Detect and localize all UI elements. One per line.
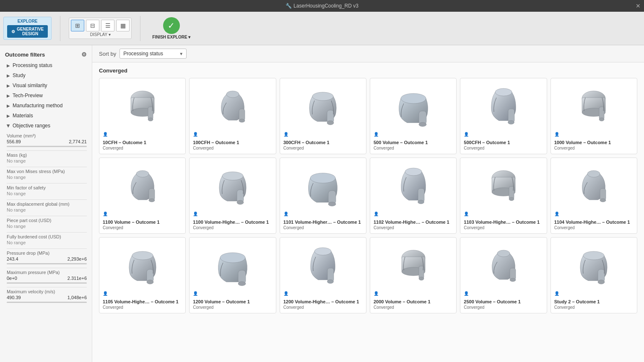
svg-point-21 — [599, 118, 604, 121]
title-bar: 🔧 LaserHousingCooling_RD v3 ✕ — [0, 0, 644, 12]
outcome-footer: 1105 Volume-Highe… – Outcome 1 Converged — [103, 297, 182, 310]
finish-explore-label: FINISH EXPLORE ▾ — [152, 35, 190, 39]
display-label[interactable]: DISPLAY ▾ — [90, 32, 111, 37]
outcome-status: Converged — [464, 225, 543, 230]
filter-processing-status[interactable]: ▶ Processing status — [0, 60, 92, 70]
pressure-drop-filter: Pressure drop (MPa) 243.4 2,293e+6 — [7, 251, 87, 264]
pressure-drop-slider[interactable] — [7, 263, 87, 264]
svg-point-10 — [327, 121, 334, 125]
outcome-card[interactable]: 👤 1100 Volume-Highe… – Outcome 1 Converg… — [189, 158, 276, 234]
max-von-mises-no-range: No range — [7, 175, 87, 180]
outcome-card[interactable]: 👤 1000 Volume – Outcome 1 Converged — [551, 78, 637, 154]
outcome-name: 500CFH – Outcome 1 — [464, 140, 543, 145]
svg-point-47 — [238, 282, 246, 286]
person-icon: 👤 — [464, 212, 469, 216]
outcome-card[interactable]: 👤 Study 2 – Outcome 1 Converged — [551, 237, 637, 313]
outcome-thumbnail — [464, 161, 543, 212]
maximum-velocity-slider[interactable] — [7, 302, 87, 303]
outcome-card[interactable]: 👤 1104 Volume-Highe… – Outcome 1 Converg… — [551, 158, 637, 234]
max-von-mises-filter: Max von Mises stress (MPa) No range — [7, 169, 87, 180]
svg-point-8 — [312, 92, 333, 101]
divider — [7, 287, 87, 287]
outcome-card[interactable]: 👤 10CFH – Outcome 1 Converged — [99, 78, 186, 154]
filter-tech-preview[interactable]: ▶ Tech-Preview — [0, 90, 92, 101]
outcome-card[interactable]: 👤 100CFH – Outcome 1 Converged — [189, 78, 276, 154]
close-button[interactable]: ✕ — [636, 3, 641, 9]
display-detail-button[interactable]: ▦ — [116, 20, 130, 31]
outcome-footer: 1000 Volume – Outcome 1 Converged — [554, 137, 634, 150]
maximum-pressure-slider[interactable] — [7, 282, 87, 284]
filter-study[interactable]: ▶ Study — [0, 70, 92, 80]
generative-design-button[interactable]: ⚙ GENERATIVEDESIGN — [7, 25, 48, 38]
volume-slider[interactable] — [7, 146, 87, 147]
display-list-button[interactable]: ☰ — [101, 20, 114, 31]
pressure-drop-label: Pressure drop (MPa) — [7, 251, 87, 256]
filter-visual-similarity[interactable]: ▶ Visual similarity — [0, 80, 92, 90]
grid-scroll: Converged 👤 10CFH – Outcome 1 — [92, 62, 644, 362]
outcome-card[interactable]: 👤 1101 Volume-Higher… – Outcome 1 Conver… — [280, 158, 366, 234]
outcome-status: Converged — [193, 225, 272, 230]
mass-filter: Mass (kg) No range — [7, 153, 87, 163]
filter-objective-ranges[interactable]: ▶ Objective ranges — [0, 121, 92, 131]
svg-point-28 — [310, 173, 335, 183]
outcome-card[interactable]: 👤 1105 Volume-Highe… – Outcome 1 Converg… — [99, 237, 186, 313]
outcome-thumbnail — [554, 241, 634, 291]
display-grid-medium-button[interactable]: ⊟ — [86, 20, 99, 31]
toolbar-divider-2 — [140, 16, 140, 41]
finish-explore-button[interactable]: ✓ FINISH EXPLORE ▾ — [149, 16, 194, 41]
fully-burdened-cost-label: Fully burdened cost (USD) — [7, 234, 87, 239]
maximum-pressure-min: 0e+0 — [7, 276, 17, 281]
outcome-name: 10CFH – Outcome 1 — [103, 140, 182, 145]
outcome-thumbnail — [283, 241, 363, 291]
svg-point-42 — [132, 251, 153, 260]
outcome-card[interactable]: 👤 2500 Volume – Outcome 1 Converged — [460, 237, 547, 313]
divider — [7, 183, 87, 184]
outcome-card[interactable]: 👤 500 Volume – Outcome 1 Converged — [370, 78, 457, 154]
outcome-name: 1100 Volume-Highe… – Outcome 1 — [193, 220, 272, 225]
outcome-footer: 2000 Volume – Outcome 1 Converged — [374, 297, 453, 310]
chevron-icon: ▶ — [7, 103, 10, 108]
outcome-card[interactable]: 👤 1102 Volume-Highe… – Outcome 1 Converg… — [370, 158, 457, 234]
sort-dropdown-wrap: Processing status Name Volume Mass Max v… — [119, 49, 187, 59]
piece-part-cost-no-range: No range — [7, 224, 87, 229]
svg-rect-15 — [508, 109, 514, 122]
volume-range: 556.89 2,774.21 — [7, 139, 87, 144]
outcome-card[interactable]: 👤 500CFH – Outcome 1 Converged — [460, 78, 547, 154]
filter-manufacturing-method[interactable]: ▶ Manufacturing method — [0, 101, 92, 111]
divider — [7, 167, 87, 167]
outcome-status: Converged — [554, 146, 634, 150]
svg-point-16 — [508, 121, 514, 124]
chevron-icon: ▶ — [7, 73, 10, 78]
outcome-footer: 1200 Volume-Highe… – Outcome 1 Converged — [283, 297, 363, 310]
display-icons: ⊞ ⊟ ☰ ▦ — [71, 20, 130, 31]
display-grid-large-button[interactable]: ⊞ — [71, 20, 84, 31]
svg-rect-32 — [418, 189, 424, 202]
maximum-pressure-filter: Maximum pressure (MPa) 0e+0 2.311e+6 — [7, 270, 87, 284]
svg-point-11 — [401, 93, 426, 103]
outcome-card[interactable]: 👤 1100 Volume – Outcome 1 Converged — [99, 158, 186, 234]
outcome-card[interactable]: 👤 2000 Volume – Outcome 1 Converged — [370, 237, 457, 313]
outcome-card[interactable]: 👤 300CFH – Outcome 1 Converged — [280, 78, 366, 154]
sidebar: Outcome filters ⚙ ▶ Processing status ▶ … — [0, 45, 92, 362]
pressure-drop-min: 243.4 — [7, 256, 18, 261]
outcome-footer: 1103 Volume-Highe… – Outcome 1 Converged — [464, 217, 543, 230]
outcome-status: Converged — [554, 305, 634, 310]
max-displacement-label: Max displacement global (mm) — [7, 202, 87, 207]
toolbar-divider-1 — [60, 16, 60, 41]
filter-materials[interactable]: ▶ Materials — [0, 111, 92, 121]
outcome-card[interactable]: 👤 1200 Volume-Highe… – Outcome 1 Converg… — [280, 237, 366, 313]
outcome-card[interactable]: 👤 1200 Volume – Outcome 1 Converged — [189, 237, 276, 313]
sort-dropdown[interactable]: Processing status Name Volume Mass Max v… — [119, 49, 187, 59]
outcome-card[interactable]: 👤 1103 Volume-Highe… – Outcome 1 Converg… — [460, 158, 547, 234]
outcome-thumbnail — [103, 161, 182, 212]
maximum-pressure-max: 2.311e+6 — [68, 276, 87, 281]
svg-point-22 — [136, 171, 149, 177]
outcome-status: Converged — [374, 225, 453, 230]
chevron-icon: ▶ — [7, 114, 10, 118]
svg-point-59 — [583, 251, 604, 260]
settings-icon[interactable]: ⚙ — [81, 51, 87, 58]
person-icon: 👤 — [554, 212, 559, 216]
filter-label: Manufacturing method — [13, 103, 62, 109]
person-icon: 👤 — [374, 291, 379, 296]
filter-label: Visual similarity — [13, 83, 47, 88]
